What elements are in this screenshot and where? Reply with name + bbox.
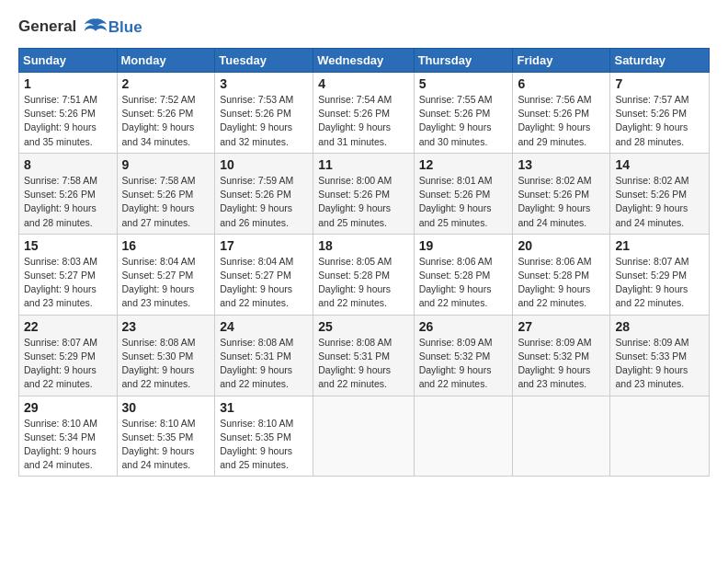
day-number: 16 — [122, 238, 210, 253]
sunset-label: Sunset: 5:26 PM — [615, 189, 687, 200]
day-number: 30 — [122, 400, 210, 415]
day-number: 24 — [220, 319, 308, 334]
calendar-cell: 12 Sunrise: 8:01 AM Sunset: 5:26 PM Dayl… — [414, 153, 513, 234]
daylight-label: Daylight: 9 hours and 23 minutes. — [24, 283, 97, 308]
calendar-header-thursday: Thursday — [414, 49, 513, 73]
sunset-label: Sunset: 5:35 PM — [122, 431, 194, 442]
sunrise-label: Sunrise: 8:10 AM — [24, 418, 97, 429]
day-number: 14 — [615, 157, 704, 172]
day-number: 4 — [318, 76, 408, 91]
calendar-cell: 7 Sunrise: 7:57 AM Sunset: 5:26 PM Dayli… — [610, 73, 710, 154]
daylight-label: Daylight: 9 hours and 25 minutes. — [419, 202, 492, 227]
day-number: 5 — [419, 76, 508, 91]
sunset-label: Sunset: 5:26 PM — [24, 108, 96, 119]
sunrise-label: Sunrise: 8:09 AM — [615, 337, 688, 348]
sunset-label: Sunset: 5:29 PM — [24, 350, 96, 362]
sunset-label: Sunset: 5:29 PM — [615, 270, 687, 281]
day-info: Sunrise: 7:57 AM Sunset: 5:26 PM Dayligh… — [615, 93, 704, 149]
calendar-cell: 20 Sunrise: 8:06 AM Sunset: 5:28 PM Dayl… — [513, 234, 610, 315]
day-info: Sunrise: 8:02 AM Sunset: 5:26 PM Dayligh… — [518, 174, 605, 230]
daylight-label: Daylight: 9 hours and 27 minutes. — [122, 202, 195, 227]
day-info: Sunrise: 8:09 AM Sunset: 5:33 PM Dayligh… — [615, 336, 704, 392]
day-number: 9 — [122, 157, 210, 172]
daylight-label: Daylight: 9 hours and 34 minutes. — [122, 121, 195, 146]
calendar-header-saturday: Saturday — [610, 49, 710, 73]
day-info: Sunrise: 7:58 AM Sunset: 5:26 PM Dayligh… — [122, 174, 210, 230]
day-info: Sunrise: 7:56 AM Sunset: 5:26 PM Dayligh… — [518, 93, 605, 149]
day-number: 7 — [615, 76, 704, 91]
calendar-cell: 2 Sunrise: 7:52 AM Sunset: 5:26 PM Dayli… — [117, 73, 215, 154]
day-info: Sunrise: 7:51 AM Sunset: 5:26 PM Dayligh… — [24, 93, 112, 149]
day-info: Sunrise: 8:08 AM Sunset: 5:31 PM Dayligh… — [318, 336, 408, 392]
sunset-label: Sunset: 5:27 PM — [122, 270, 194, 281]
calendar-week-3: 15 Sunrise: 8:03 AM Sunset: 5:27 PM Dayl… — [19, 234, 710, 315]
daylight-label: Daylight: 9 hours and 22 minutes. — [518, 283, 590, 308]
calendar-week-5: 29 Sunrise: 8:10 AM Sunset: 5:34 PM Dayl… — [19, 396, 710, 477]
day-info: Sunrise: 8:10 AM Sunset: 5:34 PM Dayligh… — [24, 417, 112, 473]
day-number: 18 — [318, 238, 408, 253]
day-info: Sunrise: 8:04 AM Sunset: 5:27 PM Dayligh… — [122, 255, 210, 311]
daylight-label: Daylight: 9 hours and 29 minutes. — [518, 121, 590, 146]
calendar-cell: 31 Sunrise: 8:10 AM Sunset: 5:35 PM Dayl… — [215, 396, 313, 477]
day-info: Sunrise: 7:59 AM Sunset: 5:26 PM Dayligh… — [220, 174, 308, 230]
daylight-label: Daylight: 9 hours and 23 minutes. — [615, 364, 688, 389]
sunset-label: Sunset: 5:26 PM — [122, 108, 194, 119]
daylight-label: Daylight: 9 hours and 30 minutes. — [419, 121, 492, 146]
calendar-cell — [513, 396, 610, 477]
daylight-label: Daylight: 9 hours and 22 minutes. — [220, 364, 292, 389]
calendar-cell: 18 Sunrise: 8:05 AM Sunset: 5:28 PM Dayl… — [313, 234, 414, 315]
daylight-label: Daylight: 9 hours and 22 minutes. — [318, 364, 391, 389]
day-info: Sunrise: 8:08 AM Sunset: 5:30 PM Dayligh… — [122, 336, 210, 392]
daylight-label: Daylight: 9 hours and 24 minutes. — [518, 202, 590, 227]
day-info: Sunrise: 8:07 AM Sunset: 5:29 PM Dayligh… — [615, 255, 704, 311]
calendar-cell: 11 Sunrise: 8:00 AM Sunset: 5:26 PM Dayl… — [313, 153, 414, 234]
calendar-cell: 16 Sunrise: 8:04 AM Sunset: 5:27 PM Dayl… — [117, 234, 215, 315]
calendar-cell: 22 Sunrise: 8:07 AM Sunset: 5:29 PM Dayl… — [19, 315, 118, 396]
day-number: 19 — [419, 238, 508, 253]
calendar-cell: 15 Sunrise: 8:03 AM Sunset: 5:27 PM Dayl… — [19, 234, 118, 315]
sunrise-label: Sunrise: 8:10 AM — [122, 418, 196, 429]
sunset-label: Sunset: 5:26 PM — [24, 189, 96, 200]
daylight-label: Daylight: 9 hours and 28 minutes. — [615, 121, 688, 146]
calendar-cell: 9 Sunrise: 7:58 AM Sunset: 5:26 PM Dayli… — [117, 153, 215, 234]
sunrise-label: Sunrise: 7:58 AM — [24, 175, 97, 186]
day-number: 23 — [122, 319, 210, 334]
day-info: Sunrise: 8:10 AM Sunset: 5:35 PM Dayligh… — [220, 417, 308, 473]
day-info: Sunrise: 7:55 AM Sunset: 5:26 PM Dayligh… — [419, 93, 508, 149]
calendar-week-1: 1 Sunrise: 7:51 AM Sunset: 5:26 PM Dayli… — [19, 73, 710, 154]
header: General Blue — [18, 15, 710, 40]
sunset-label: Sunset: 5:27 PM — [24, 270, 96, 281]
day-info: Sunrise: 8:09 AM Sunset: 5:32 PM Dayligh… — [419, 336, 508, 392]
sunset-label: Sunset: 5:32 PM — [518, 350, 589, 362]
sunrise-label: Sunrise: 7:52 AM — [122, 94, 196, 105]
daylight-label: Daylight: 9 hours and 22 minutes. — [220, 283, 292, 308]
calendar-header-friday: Friday — [513, 49, 610, 73]
calendar-cell: 3 Sunrise: 7:53 AM Sunset: 5:26 PM Dayli… — [215, 73, 313, 154]
day-info: Sunrise: 8:06 AM Sunset: 5:28 PM Dayligh… — [419, 255, 508, 311]
day-info: Sunrise: 8:07 AM Sunset: 5:29 PM Dayligh… — [24, 336, 112, 392]
daylight-label: Daylight: 9 hours and 28 minutes. — [24, 202, 97, 227]
sunset-label: Sunset: 5:26 PM — [318, 108, 390, 119]
sunset-label: Sunset: 5:26 PM — [419, 189, 491, 200]
day-info: Sunrise: 7:52 AM Sunset: 5:26 PM Dayligh… — [122, 93, 210, 149]
sunset-label: Sunset: 5:30 PM — [122, 350, 194, 362]
calendar-cell: 23 Sunrise: 8:08 AM Sunset: 5:30 PM Dayl… — [117, 315, 215, 396]
sunset-label: Sunset: 5:28 PM — [318, 270, 390, 281]
calendar-cell: 5 Sunrise: 7:55 AM Sunset: 5:26 PM Dayli… — [414, 73, 513, 154]
day-info: Sunrise: 8:09 AM Sunset: 5:32 PM Dayligh… — [518, 336, 605, 392]
sunrise-label: Sunrise: 8:02 AM — [615, 175, 688, 186]
sunrise-label: Sunrise: 7:55 AM — [419, 94, 493, 105]
day-number: 17 — [220, 238, 308, 253]
day-number: 12 — [419, 157, 508, 172]
day-number: 26 — [419, 319, 508, 334]
day-number: 22 — [24, 319, 112, 334]
sunrise-label: Sunrise: 7:53 AM — [220, 94, 293, 105]
sunrise-label: Sunrise: 7:56 AM — [518, 94, 591, 105]
day-number: 6 — [518, 76, 605, 91]
calendar-cell: 24 Sunrise: 8:08 AM Sunset: 5:31 PM Dayl… — [215, 315, 313, 396]
daylight-label: Daylight: 9 hours and 22 minutes. — [122, 364, 195, 389]
sunrise-label: Sunrise: 7:54 AM — [318, 94, 392, 105]
sunset-label: Sunset: 5:32 PM — [419, 350, 491, 362]
sunrise-label: Sunrise: 8:00 AM — [318, 175, 392, 186]
sunrise-label: Sunrise: 8:05 AM — [318, 256, 392, 267]
